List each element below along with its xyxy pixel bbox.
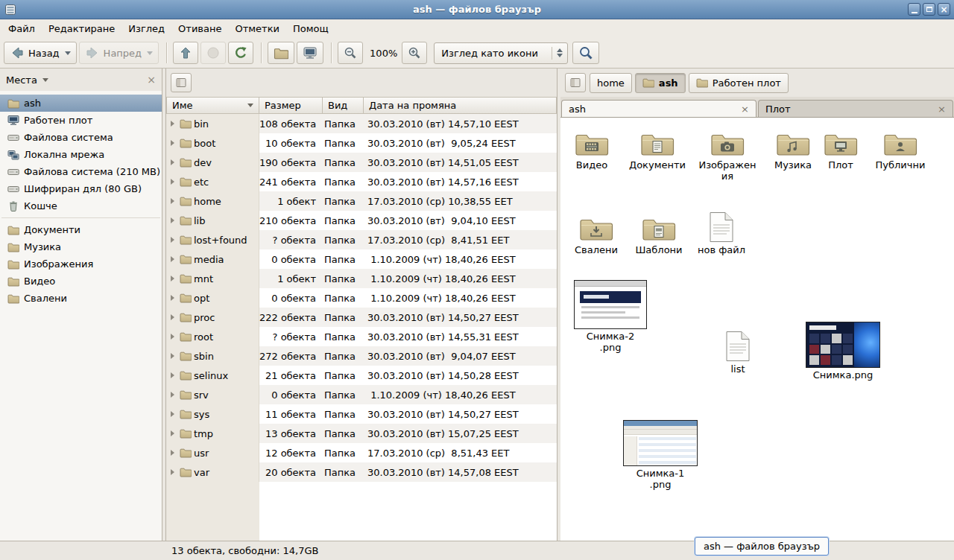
expander-icon[interactable] <box>171 314 174 320</box>
forward-dropdown-icon[interactable] <box>147 51 153 55</box>
sidebar-item[interactable]: Видео <box>0 273 162 290</box>
table-row[interactable]: srv0 обектаПапка 1.10.2009 (чт) 18,40,26… <box>166 385 557 404</box>
zoom-in-button[interactable] <box>402 42 427 64</box>
tab[interactable]: Плот× <box>758 100 953 117</box>
name-cell[interactable]: lib <box>166 211 259 230</box>
computer-button[interactable] <box>297 42 323 64</box>
column-header-size[interactable]: Размер <box>259 97 323 114</box>
menubar-item[interactable]: Помощ <box>286 19 335 38</box>
column-header-type[interactable]: Вид <box>323 97 364 114</box>
icon-item[interactable]: Видео <box>560 130 623 171</box>
expander-icon[interactable] <box>171 353 174 359</box>
icon-item[interactable]: Свалени <box>565 214 628 256</box>
icon-item[interactable]: Изображения <box>695 130 760 182</box>
name-cell[interactable]: srv <box>166 385 259 404</box>
minimize-button[interactable] <box>908 3 920 16</box>
name-cell[interactable]: selinux <box>166 366 259 385</box>
table-row[interactable]: media0 обектаПапка 1.10.2009 (чт) 18,40,… <box>166 249 557 269</box>
pathbar-button[interactable]: ash <box>635 73 686 93</box>
expander-icon[interactable] <box>171 217 174 223</box>
zoom-out-button[interactable] <box>338 42 363 64</box>
table-row[interactable]: sys11 обектаПапка30.03.2010 (вт) 14,50,2… <box>166 404 557 424</box>
table-row[interactable]: sbin272 обектаПапка30.03.2010 (вт) 9,04,… <box>166 346 557 366</box>
menubar-item[interactable]: Файл <box>1 19 42 38</box>
sidebar-item[interactable]: Свалени <box>0 290 162 307</box>
expander-icon[interactable] <box>171 159 174 165</box>
name-cell[interactable]: opt <box>166 288 259 308</box>
menubar-item[interactable]: Отметки <box>228 19 285 38</box>
table-row[interactable]: root? обектаПапка30.03.2010 (вт) 14,55,3… <box>166 327 557 346</box>
expander-icon[interactable] <box>171 295 174 301</box>
table-row[interactable]: mnt1 обектПапка 1.10.2009 (чт) 18,40,26 … <box>166 269 557 288</box>
expander-icon[interactable] <box>171 237 174 243</box>
icon-item[interactable]: Публични <box>869 130 932 171</box>
sidebar-item[interactable]: Файлова система (210 MB) <box>0 163 162 180</box>
table-row[interactable]: lib210 обектаПапка30.03.2010 (вт) 9,04,1… <box>166 211 557 230</box>
menubar-item[interactable]: Редактиране <box>42 19 121 38</box>
expander-icon[interactable] <box>171 179 174 185</box>
name-cell[interactable]: lost+found <box>166 230 259 249</box>
pane-location-button[interactable] <box>171 73 192 92</box>
column-header-name[interactable]: Име <box>166 97 259 114</box>
tab-close-icon[interactable]: × <box>741 104 749 115</box>
expander-icon[interactable] <box>171 121 174 127</box>
icon-item[interactable]: Шаблони <box>628 214 690 256</box>
expander-icon[interactable] <box>171 334 174 340</box>
name-cell[interactable]: media <box>166 249 259 269</box>
expander-icon[interactable] <box>171 411 174 417</box>
table-row[interactable]: lost+found? обектаПапка17.03.2010 (ср) 8… <box>166 230 557 249</box>
column-header-date[interactable]: Дата на промяна <box>364 97 557 114</box>
name-cell[interactable]: sbin <box>166 346 259 366</box>
places-dropdown-icon[interactable] <box>42 78 48 82</box>
name-cell[interactable]: sys <box>166 404 259 424</box>
table-row[interactable]: home1 обектПапка17.03.2010 (ср) 10,38,55… <box>166 191 557 211</box>
name-cell[interactable]: var <box>166 462 259 482</box>
back-dropdown-icon[interactable] <box>65 51 71 55</box>
table-row[interactable]: selinux21 обектаПапка30.03.2010 (вт) 14,… <box>166 366 557 385</box>
close-button[interactable]: × <box>938 3 950 16</box>
icon-item[interactable]: Снимка-1.png <box>620 420 701 490</box>
sidebar-item[interactable]: Музика <box>0 238 162 255</box>
view-mode-select[interactable]: Изглед като икони <box>434 42 568 64</box>
home-button[interactable] <box>268 42 294 64</box>
name-cell[interactable]: dev <box>166 153 259 172</box>
titlebar[interactable]: ash — файлов браузър × <box>0 0 954 19</box>
expander-icon[interactable] <box>171 450 174 456</box>
stop-button[interactable] <box>200 42 226 64</box>
up-button[interactable] <box>173 42 198 64</box>
forward-button[interactable]: Напред <box>79 42 159 64</box>
name-cell[interactable]: proc <box>166 308 259 327</box>
tab[interactable]: ash× <box>561 100 756 117</box>
name-cell[interactable]: bin <box>166 114 259 133</box>
expander-icon[interactable] <box>171 469 174 475</box>
expander-icon[interactable] <box>171 276 174 281</box>
name-cell[interactable]: usr <box>166 443 259 462</box>
sidebar-item[interactable]: Работен плот <box>0 112 162 129</box>
table-row[interactable]: proc222 обектаПапка30.03.2010 (вт) 14,50… <box>166 308 557 327</box>
name-cell[interactable]: mnt <box>166 269 259 288</box>
sidebar-close-icon[interactable]: × <box>147 74 156 86</box>
icon-item[interactable]: Документи <box>623 130 692 171</box>
icon-item[interactable]: нов файл <box>690 211 753 256</box>
expander-icon[interactable] <box>171 256 174 262</box>
expander-icon[interactable] <box>171 198 174 204</box>
table-row[interactable]: opt0 обектаПапка 1.10.2009 (чт) 18,40,26… <box>166 288 557 308</box>
table-row[interactable]: dev190 обектаПапка30.03.2010 (вт) 14,51,… <box>166 153 557 172</box>
pathbar-button[interactable]: home <box>590 73 632 93</box>
table-row[interactable]: bin108 обектаПапка30.03.2010 (вт) 14,57,… <box>166 114 557 133</box>
expander-icon[interactable] <box>171 392 174 398</box>
maximize-button[interactable] <box>923 3 935 16</box>
table-row[interactable]: usr12 обектаПапка17.03.2010 (ср) 8,51,43… <box>166 443 557 462</box>
sidebar-item[interactable]: Изображения <box>0 255 162 273</box>
table-row[interactable]: tmp13 обектаПапка30.03.2010 (вт) 15,07,2… <box>166 424 557 443</box>
icon-item[interactable]: Снимка.png <box>802 322 884 381</box>
name-cell[interactable]: boot <box>166 133 259 153</box>
expander-icon[interactable] <box>171 430 174 436</box>
name-cell[interactable]: home <box>166 191 259 211</box>
tab-close-icon[interactable]: × <box>938 104 946 115</box>
table-row[interactable]: etc241 обектаПапка30.03.2010 (вт) 14,57,… <box>166 172 557 191</box>
pathbar-button[interactable]: Работен плот <box>689 73 789 93</box>
sidebar-item[interactable]: ash <box>0 95 162 112</box>
menubar-item[interactable]: Изглед <box>121 19 171 38</box>
name-cell[interactable]: tmp <box>166 424 259 443</box>
